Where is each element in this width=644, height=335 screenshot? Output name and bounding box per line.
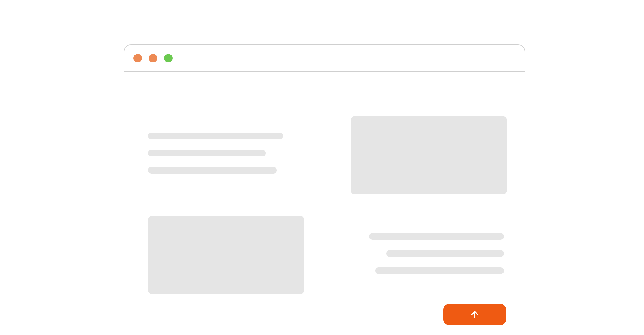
placeholder-text-line [386,250,504,257]
scroll-to-top-button[interactable] [443,304,506,325]
window-titlebar [124,45,525,72]
placeholder-image-left [148,216,304,294]
close-icon[interactable] [133,54,142,62]
placeholder-text-line [369,233,504,240]
traffic-lights [133,54,173,62]
placeholder-text-line [148,133,283,139]
placeholder-text-line [375,267,504,274]
arrow-up-icon [470,310,480,319]
window-content [124,72,525,335]
placeholder-text-line [148,150,266,156]
placeholder-text-line [148,167,277,174]
maximize-icon[interactable] [164,54,173,62]
stage [0,0,644,335]
placeholder-image-right [351,116,507,194]
minimize-icon[interactable] [149,54,157,62]
browser-window-mock [124,44,525,335]
